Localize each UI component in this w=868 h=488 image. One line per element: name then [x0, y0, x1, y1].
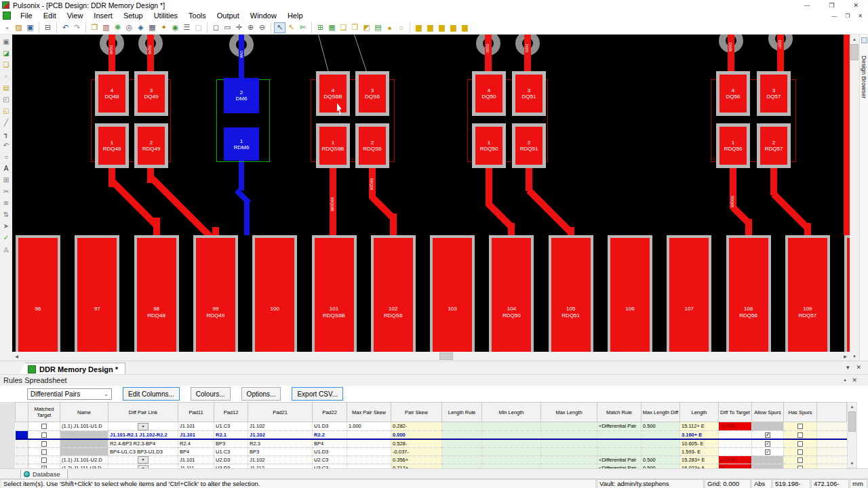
disabled-tool-icon[interactable]: ▢ — [193, 22, 204, 33]
cell-length[interactable]: 15.283+ E — [680, 455, 719, 464]
layer-down-icon[interactable]: ▆ — [425, 22, 436, 33]
pcb-pad[interactable]: 2RDQS6 — [355, 123, 389, 168]
column-header-name[interactable]: Name — [60, 403, 108, 422]
connector-pad[interactable]: 106 — [608, 235, 652, 352]
zoom-in-icon[interactable]: ⊕ — [245, 22, 256, 33]
cell-pad22[interactable]: U1.D3 — [313, 447, 347, 455]
colours-button[interactable]: Colours... — [191, 387, 231, 401]
cell-pair_skew[interactable]: -0.037- — [391, 447, 442, 455]
cell-diff_to_target[interactable]: -0.376- — [719, 455, 752, 464]
copy-properties-icon[interactable]: ❒ — [349, 22, 361, 33]
column-header-pad12[interactable]: Pad12 — [214, 403, 248, 422]
tool-track-icon[interactable]: ╱ — [1, 117, 12, 128]
cell-has_spurs[interactable] — [784, 455, 817, 464]
cell-length[interactable]: 1.593- E — [680, 447, 719, 455]
copy-design-icon[interactable]: ❐ — [89, 22, 100, 33]
trace-segment[interactable] — [508, 223, 515, 235]
connector-pad[interactable]: 107 — [667, 235, 711, 352]
menu-item-window[interactable]: Window — [245, 12, 282, 20]
cell-min_length[interactable] — [482, 447, 541, 455]
column-header-length[interactable]: Length — [680, 403, 719, 422]
trace-segment[interactable] — [844, 35, 850, 235]
cell-name[interactable] — [60, 430, 108, 439]
scroll-up-icon[interactable]: ▲ — [850, 35, 859, 43]
design-browser-tab[interactable]: Design Browser — [859, 35, 868, 361]
cell-match_rule[interactable]: <Differential Pair — [597, 422, 642, 431]
rules-spreadsheet-header[interactable]: Rules Spreadsheet ▪ ✕ — [0, 374, 868, 386]
checkbox[interactable] — [797, 449, 803, 455]
checkbox[interactable] — [765, 441, 770, 447]
connector-pad[interactable]: 108RDQ56 — [726, 235, 771, 352]
menu-item-utilities[interactable]: Utilities — [149, 12, 183, 20]
pin-icon[interactable]: ▪ — [844, 377, 846, 384]
minimize-icon[interactable]: — — [804, 2, 810, 9]
rule-row[interactable]: (1.1) J1.101-U2.D▾J1.101U2.D3J1.102U2.C3… — [16, 455, 847, 464]
library-icon[interactable]: ▥ — [100, 22, 112, 33]
tool-mitre-icon[interactable]: ✂ — [1, 186, 12, 197]
pcb-pad[interactable]: 3DQS6 — [355, 71, 389, 116]
tool-area-icon[interactable]: ▤ — [1, 82, 12, 94]
cell-pad22[interactable]: BP4 — [313, 439, 347, 448]
tool-paste-shape-icon[interactable]: ◱ — [1, 105, 12, 117]
cell-min_length[interactable] — [482, 455, 541, 464]
pcb-pad[interactable]: 1RDQ56 — [716, 123, 750, 168]
connector-pad[interactable]: 96 — [16, 235, 60, 352]
zoom-window-icon[interactable]: ◻ — [210, 22, 222, 33]
cell-pad12[interactable]: U1.C3 — [214, 447, 248, 455]
cell-pad11[interactable]: J1.101 — [178, 455, 214, 464]
column-header-has_spurs[interactable]: Has Spurs — [784, 403, 817, 422]
tool-component-icon[interactable]: ▣ — [1, 36, 12, 47]
pcb-pad[interactable]: 3DQ51 — [512, 71, 546, 116]
cell-min_length[interactable] — [482, 430, 541, 439]
hierarchy-icon[interactable]: ☰ — [181, 22, 193, 33]
edit-text-icon[interactable]: ▤ — [372, 22, 384, 33]
column-header-pad21[interactable]: Pad21 — [248, 403, 313, 422]
checkbox[interactable] — [41, 441, 47, 447]
technology-icon[interactable]: ◈ — [135, 22, 146, 33]
checkbox[interactable] — [41, 458, 47, 463]
cell-name[interactable]: (1.1) J1.101-U2.D — [60, 455, 108, 464]
cell-pad12[interactable]: R2.1 — [214, 430, 248, 439]
column-header-pad22[interactable]: Pad22 — [313, 403, 347, 422]
menu-item-output[interactable]: Output — [212, 12, 245, 20]
cell-pair_skew[interactable]: 0.000 — [391, 430, 442, 439]
cell-name[interactable] — [60, 447, 108, 455]
trace-segment[interactable] — [745, 219, 752, 235]
connector-pad[interactable]: 109RDQ57 — [785, 235, 830, 352]
column-header-pair_skew[interactable]: Pair Skew — [391, 403, 442, 422]
cell-dpl[interactable]: J1.101-R2.1 J1.102-R2.2 — [108, 430, 178, 439]
scroll-down-icon[interactable]: ▼ — [850, 352, 859, 361]
trace-segment[interactable] — [390, 214, 397, 235]
pcb-pad[interactable]: 4DQ56 — [716, 71, 750, 116]
column-header-match_rule[interactable]: Match Rule — [597, 403, 642, 422]
cell-match_rule[interactable] — [597, 439, 642, 448]
menu-item-setup[interactable]: Setup — [118, 12, 149, 20]
column-header-sel[interactable] — [16, 403, 28, 422]
properties-icon[interactable]: ❑ — [338, 22, 349, 33]
cell-dpl[interactable]: ▾ — [108, 422, 178, 431]
scroll-down-icon[interactable]: ▼ — [848, 460, 856, 468]
checkbox[interactable] — [797, 441, 803, 447]
goto-icon[interactable]: ✦ — [158, 22, 170, 33]
cell-max_length[interactable] — [541, 447, 597, 455]
cell-has_spurs[interactable] — [784, 430, 817, 439]
highlight-net-icon[interactable]: ◩ — [361, 22, 372, 33]
design-rules-icon[interactable]: ▦ — [146, 22, 158, 33]
cell-pad11[interactable]: BP4 — [178, 447, 214, 455]
cell-max_length_diff[interactable] — [642, 439, 680, 448]
cell-pad21[interactable]: J1.102 — [248, 422, 313, 431]
cell-matched[interactable] — [28, 430, 60, 439]
cell-sel[interactable] — [16, 422, 28, 431]
cell-pad12[interactable]: U1.C3 — [214, 422, 248, 431]
pcb-pad[interactable]: 3DQ57 — [757, 71, 791, 116]
new-file-icon[interactable]: ▫ — [1, 22, 13, 33]
pcb-pad[interactable]: 2RDQ51 — [512, 123, 546, 168]
checkbox[interactable] — [797, 432, 803, 438]
cell-matched[interactable] — [28, 455, 60, 464]
trace-segment[interactable] — [728, 35, 734, 71]
cell-matched[interactable] — [28, 447, 60, 455]
cell-matched[interactable] — [28, 422, 60, 431]
find-icon[interactable]: ◎ — [123, 22, 135, 33]
checkbox[interactable] — [765, 449, 770, 455]
menu-item-file[interactable]: File — [15, 12, 38, 20]
